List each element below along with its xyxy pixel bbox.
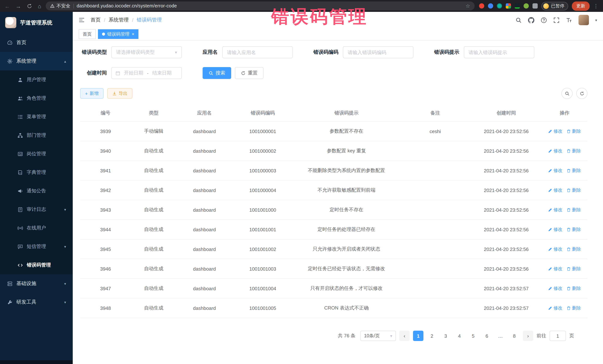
edit-link[interactable]: 修改 <box>548 265 562 272</box>
search-icon[interactable] <box>515 17 522 23</box>
delete-link[interactable]: 删除 <box>567 285 581 292</box>
tab-home[interactable]: 首页 <box>79 29 96 39</box>
page-size-select[interactable]: 10条/页▾ <box>360 331 396 341</box>
refresh-table-button[interactable] <box>576 88 587 99</box>
breadcrumb-item[interactable]: 首页 <box>91 17 101 23</box>
sidebar-item-system[interactable]: 系统管理▴ <box>0 52 73 70</box>
home-icon[interactable]: ⌂ <box>38 3 41 9</box>
edit-link[interactable]: 修改 <box>548 305 562 311</box>
cell-id: 3946 <box>80 259 131 278</box>
sidebar-item-role[interactable]: 角色管理 <box>0 89 73 108</box>
next-page-button[interactable]: › <box>523 331 533 341</box>
export-button[interactable]: 导出 <box>107 88 132 99</box>
delete-link[interactable]: 删除 <box>567 226 581 232</box>
delete-link[interactable]: 删除 <box>567 167 581 174</box>
sidebar-item-devtools[interactable]: 研发工具▾ <box>0 293 73 311</box>
chrome-menu-icon[interactable]: ⋮ <box>593 3 599 9</box>
sidebar-item-home[interactable]: 首页 <box>0 33 73 52</box>
delete-link[interactable]: 删除 <box>567 187 581 193</box>
range-separator: - <box>147 70 149 76</box>
prev-page-button[interactable]: ‹ <box>399 331 410 341</box>
add-button[interactable]: + 新增 <box>80 88 103 99</box>
edit-link[interactable]: 修改 <box>548 226 562 232</box>
chevron-down-icon[interactable]: ▾ <box>595 18 597 22</box>
cell-type: 自动生成 <box>131 278 176 298</box>
github-icon[interactable] <box>528 17 534 23</box>
font-size-icon[interactable] <box>566 17 572 23</box>
edit-link[interactable]: 修改 <box>548 187 562 193</box>
cell-time: 2021-04-20 23:52:56 <box>471 121 542 141</box>
extension-icon[interactable] <box>506 3 511 9</box>
sidebar-item-online[interactable]: 在线用户 <box>0 219 73 237</box>
page-button-6[interactable]: 6 <box>482 331 492 341</box>
sidebar-item-menu[interactable]: 菜单管理 <box>0 108 73 126</box>
page-button-8[interactable]: 8 <box>509 331 520 341</box>
cell-actions: 修改删除 <box>542 239 587 259</box>
bookmark-star-icon[interactable]: ☆ <box>465 3 470 9</box>
extension-icon[interactable] <box>479 3 484 9</box>
sidebar-item-infra[interactable]: 基础设施▾ <box>0 274 73 293</box>
paused-chip[interactable]: 已暂停 <box>541 2 568 10</box>
app-logo[interactable]: 芋道管理系统 <box>0 12 73 33</box>
reload-icon[interactable] <box>27 3 32 9</box>
error-code-input[interactable] <box>343 46 413 58</box>
page-button-4[interactable]: 4 <box>454 331 464 341</box>
delete-link[interactable]: 删除 <box>567 246 581 252</box>
hamburger-icon[interactable] <box>79 17 85 23</box>
create-time-range[interactable]: 开始日期 - 结束日期 <box>111 67 182 79</box>
breadcrumb-item[interactable]: 系统管理 <box>109 17 129 23</box>
sidebar-item-dept[interactable]: 部门管理 <box>0 126 73 144</box>
app-frame: 芋道管理系统 首页系统管理▴用户管理角色管理菜单管理部门管理岗位管理字典管理通知… <box>0 12 603 364</box>
edit-link[interactable]: 修改 <box>548 207 562 213</box>
cell-id: 3948 <box>80 298 131 318</box>
avatar[interactable] <box>579 15 589 25</box>
delete-link[interactable]: 删除 <box>567 305 581 311</box>
error-type-select[interactable]: 请选择错误码类型 ▾ <box>111 46 182 58</box>
sidebar-item-dict[interactable]: 字典管理 <box>0 163 73 182</box>
table-toolbar: + 新增 导出 <box>80 88 587 99</box>
edit-link[interactable]: 修改 <box>548 148 562 154</box>
error-code-table: 编号类型应用名错误码编码错误码提示备注创建时间操作 3939手动编辑dashbo… <box>80 105 587 318</box>
page-button-2[interactable]: 2 <box>427 331 437 341</box>
tab-error-code[interactable]: 错误码管理 <box>98 29 139 39</box>
extension-icon[interactable] <box>524 3 529 9</box>
back-icon[interactable]: ← <box>4 3 10 9</box>
page-button-3[interactable]: 3 <box>441 331 451 341</box>
delete-link[interactable]: 删除 <box>567 207 581 213</box>
edit-link[interactable]: 修改 <box>548 128 562 134</box>
delete-link[interactable]: 删除 <box>567 265 581 272</box>
puzzle-icon[interactable] <box>533 3 538 9</box>
goto-page-input[interactable] <box>550 331 566 341</box>
search-button[interactable]: 搜索 <box>203 67 231 79</box>
sidebar-collapse-bar[interactable] <box>0 360 73 364</box>
sidebar-item-sms[interactable]: 短信管理▾ <box>0 237 73 256</box>
address-bar[interactable]: 不安全 dashboard.yudao.iocoder.cn/system/er… <box>46 1 475 10</box>
delete-link[interactable]: 删除 <box>567 128 581 134</box>
edit-link[interactable]: 修改 <box>548 285 562 292</box>
more-pages-icon[interactable]: … <box>495 333 506 339</box>
update-button[interactable]: 更新 <box>572 1 590 11</box>
extension-icon[interactable] <box>497 3 502 9</box>
delete-link[interactable]: 删除 <box>567 148 581 154</box>
sidebar-item-error-code[interactable]: 错误码管理 <box>0 256 73 274</box>
extension-icon[interactable] <box>488 3 493 9</box>
forward-icon[interactable]: → <box>16 3 21 9</box>
page-button-5[interactable]: 5 <box>468 331 478 341</box>
sidebar-item-user[interactable]: 用户管理 <box>0 70 73 89</box>
tab-close-icon[interactable] <box>132 32 134 37</box>
reset-button[interactable]: 重置 <box>235 67 264 79</box>
cell-code: 1001001001 <box>232 220 293 239</box>
page-button-1[interactable]: 1 <box>413 331 423 341</box>
app-name-input[interactable] <box>222 46 293 58</box>
show-search-button[interactable] <box>561 88 573 99</box>
sidebar-item-audit[interactable]: 审计日志▾ <box>0 200 73 219</box>
edit-link[interactable]: 修改 <box>548 167 562 174</box>
extension-icon[interactable] <box>515 3 520 9</box>
sidebar-item-post[interactable]: 岗位管理 <box>0 144 73 163</box>
security-status[interactable]: 不安全 <box>50 3 70 9</box>
sidebar-item-notice[interactable]: 通知公告 <box>0 182 73 200</box>
edit-link[interactable]: 修改 <box>548 246 562 252</box>
help-icon[interactable] <box>541 17 547 23</box>
error-hint-input[interactable] <box>464 46 534 58</box>
fullscreen-icon[interactable] <box>553 17 560 23</box>
